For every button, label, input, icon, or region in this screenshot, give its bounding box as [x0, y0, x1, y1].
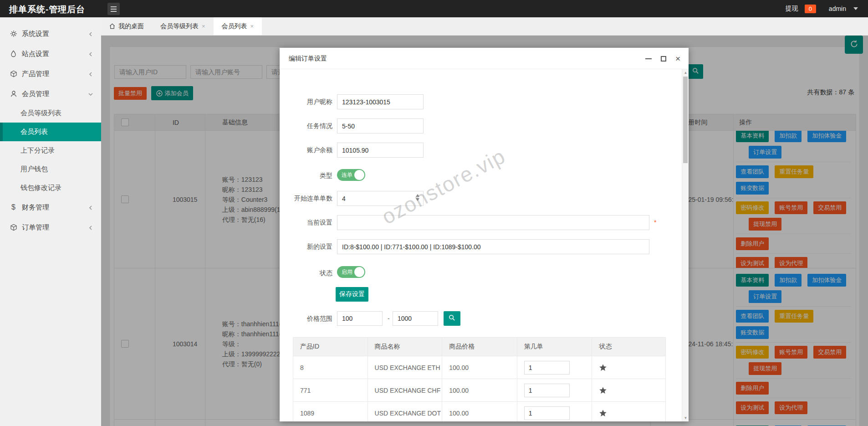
sidebar-item-site-settings[interactable]: 站点设置 [0, 44, 101, 64]
sidebar-item-updown-records[interactable]: 上下分记录 [0, 141, 101, 160]
order-number-input[interactable] [524, 384, 570, 397]
star-filled-icon[interactable] [599, 386, 607, 395]
tabs-bar: 我的桌面 会员等级列表 × 会员列表 × [101, 17, 868, 36]
person-icon [10, 90, 17, 98]
sidebar-item-label: 系统设置 [22, 30, 49, 38]
tab-desktop[interactable]: 我的桌面 [101, 17, 152, 35]
dollar-icon: $ [10, 203, 17, 211]
home-icon [109, 23, 115, 29]
gear-icon [10, 30, 17, 38]
product-name: USD EXCHANGE CHF [368, 379, 443, 401]
product-price: 100.00 [442, 402, 517, 421]
withdraw-count-badge[interactable]: 0 [805, 5, 816, 13]
scrollbar-thumb[interactable] [683, 77, 688, 163]
sidebar-item-wallet-modify-records[interactable]: 钱包修改记录 [0, 179, 101, 197]
price-to-input[interactable] [393, 311, 438, 326]
toggle-knob [354, 267, 364, 277]
sidebar-item-system-settings[interactable]: 系统设置 [0, 24, 101, 44]
price-search-button[interactable] [444, 311, 460, 326]
sidebar-item-label: 产品管理 [22, 70, 49, 78]
status-label: 状态 [282, 269, 332, 277]
toggle-on-label: 连单 [342, 171, 352, 179]
current-setting-label: 当前设置 [282, 219, 332, 227]
product-row: 8 USD EXCHANGE ETH 100.00 [293, 356, 665, 379]
sidebar-item-label: 财务管理 [22, 203, 49, 212]
balance-input[interactable] [337, 143, 424, 158]
tab-label: 我的桌面 [118, 22, 144, 31]
product-name: USD EXCHANGE ETH [368, 356, 443, 379]
product-name: USD EXCHANGE DOT [368, 402, 443, 421]
sidebar-subitem-label: 用户钱包 [20, 165, 48, 174]
close-icon[interactable]: × [675, 54, 680, 63]
sidebar-subitem-label: 会员列表 [20, 128, 48, 136]
watermark-text: ozonstore.vip [325, 116, 562, 257]
sidebar-subitem-label: 会员等级列表 [20, 109, 61, 118]
sidebar-subitem-label: 上下分记录 [20, 146, 55, 155]
product-price: 100.00 [442, 379, 517, 401]
user-menu[interactable]: admin [829, 5, 846, 12]
task-input[interactable] [337, 118, 424, 133]
chevron-left-icon [88, 224, 93, 231]
task-label: 任务情况 [282, 122, 332, 130]
scroll-up-icon[interactable]: ▲ [682, 71, 689, 75]
nickname-input[interactable] [337, 94, 424, 109]
start-count-stepper[interactable] [337, 191, 424, 206]
products-table: 产品ID 商品名称 商品价格 第几单 状态 8 USD EXCHANGE ETH… [293, 337, 666, 421]
sidebar-item-label: 站点设置 [22, 50, 49, 58]
type-label: 类型 [282, 172, 332, 180]
stepper-arrows-icon[interactable] [416, 194, 419, 201]
product-id: 1089 [293, 402, 368, 421]
sidebar-item-product-management[interactable]: 产品管理 [0, 64, 101, 84]
product-price: 100.00 [442, 356, 517, 379]
scroll-down-icon[interactable]: ▼ [682, 416, 689, 420]
close-icon[interactable]: × [250, 23, 254, 30]
chevron-down-icon [853, 7, 858, 10]
type-toggle[interactable]: 连单 [337, 169, 365, 181]
topbar: 排单系统-管理后台 提现 0 admin [0, 0, 868, 17]
product-row: 1089 USD EXCHANGE DOT 100.00 [293, 402, 665, 421]
sidebar-item-member-management[interactable]: 会员管理 [0, 84, 101, 104]
close-icon[interactable]: × [202, 23, 205, 30]
star-filled-icon[interactable] [599, 409, 607, 417]
sidebar-item-order-management[interactable]: 订单管理 [0, 217, 101, 237]
sidebar-item-user-wallet[interactable]: 用户钱包 [0, 160, 101, 179]
save-settings-button[interactable]: 保存设置 [336, 287, 368, 302]
modal-title: 编辑订单设置 [289, 55, 327, 63]
product-id: 771 [293, 379, 368, 401]
status-toggle[interactable]: 启用 [337, 266, 365, 278]
edit-order-settings-modal: 编辑订单设置 × ozonstore.vip 用户昵称 任务情况 账户余额 类型… [280, 48, 689, 421]
maximize-icon[interactable] [661, 56, 666, 62]
price-from-input[interactable] [337, 311, 383, 326]
col-status: 状态 [592, 338, 665, 356]
sidebar-subitem-label: 钱包修改记录 [20, 184, 61, 192]
hamburger-menu-icon[interactable] [107, 3, 120, 15]
chevron-left-icon [88, 70, 93, 78]
chevron-left-icon [88, 30, 93, 38]
new-setting-label: 新的设置 [282, 243, 332, 251]
modal-body: ozonstore.vip 用户昵称 任务情况 账户余额 类型 连单 开始连单单… [280, 69, 689, 421]
sidebar-item-finance-management[interactable]: $ 财务管理 [0, 197, 101, 217]
withdraw-label[interactable]: 提现 [786, 5, 798, 13]
col-product-name: 商品名称 [368, 338, 443, 356]
price-range-label: 价格范围 [282, 315, 332, 323]
order-number-input[interactable] [524, 361, 570, 375]
tab-label: 会员列表 [222, 22, 247, 31]
current-setting-input[interactable] [337, 215, 649, 230]
minimize-icon[interactable] [645, 58, 652, 59]
order-number-input[interactable] [524, 406, 570, 420]
sidebar-item-label: 会员管理 [22, 90, 49, 98]
tab-member-level-list[interactable]: 会员等级列表 × [152, 17, 214, 35]
droplet-icon [10, 50, 17, 58]
sidebar-item-member-list[interactable]: 会员列表 [0, 123, 101, 141]
new-setting-input[interactable] [337, 239, 649, 254]
col-product-id: 产品ID [293, 338, 368, 356]
tab-label: 会员等级列表 [160, 22, 199, 31]
product-id: 8 [293, 356, 368, 379]
tab-member-list[interactable]: 会员列表 × [214, 17, 262, 35]
balance-label: 账户余额 [282, 146, 332, 154]
modal-scrollbar[interactable]: ▲ ▼ [682, 69, 689, 421]
sidebar: 系统设置 站点设置 产品管理 会员管理 会员等级列表 会员列表 [0, 17, 101, 426]
required-asterisk: * [654, 219, 656, 226]
star-filled-icon[interactable] [599, 364, 607, 372]
sidebar-item-member-level-list[interactable]: 会员等级列表 [0, 104, 101, 123]
